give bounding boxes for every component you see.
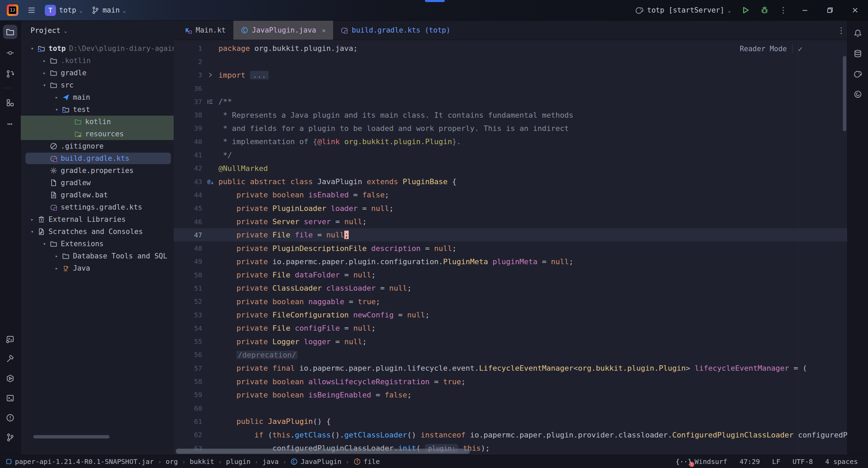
run-tool-button[interactable] <box>3 371 17 386</box>
folded-imports[interactable]: ... <box>250 71 269 79</box>
commit-tool-button[interactable] <box>3 46 17 60</box>
breadcrumb-item[interactable]: ffile <box>353 457 380 466</box>
chevron-right-icon[interactable]: ▸ <box>53 94 61 100</box>
project-panel-header[interactable]: Project ⌄ <box>21 21 174 40</box>
more-tool-windows-button[interactable]: ⋯ <box>3 117 17 131</box>
tree-item-extensions[interactable]: ▾Extensions <box>21 238 174 250</box>
more-actions-button[interactable]: ⋮ <box>779 5 787 15</box>
line-number: 55 <box>174 337 202 346</box>
pull-requests-tool-button[interactable] <box>3 67 17 81</box>
tab-main-kt[interactable]: KMain.kt <box>177 21 233 40</box>
subclass-icon[interactable]: @ <box>202 178 218 186</box>
folded-deprecation-region[interactable]: /deprecation/ <box>236 351 297 359</box>
tree-item-gradle-properties[interactable]: gradle.properties <box>21 164 174 177</box>
breadcrumb-item[interactable]: CJavaPlugin <box>290 457 341 466</box>
build-tool-button[interactable] <box>3 352 17 366</box>
chevron-down-icon[interactable]: ▾ <box>53 106 61 113</box>
tree-item-gradlew[interactable]: gradlew <box>21 177 174 189</box>
code-text: * and fields for a plugin to be loaded a… <box>218 124 847 133</box>
tree-item-resources[interactable]: resources <box>21 128 174 140</box>
chevron-right-icon[interactable]: ▸ <box>40 58 49 64</box>
version-control-tool-button[interactable] <box>3 430 17 445</box>
status-item-windsurf[interactable]: {··}!Windsurf <box>676 457 728 466</box>
notifications-button[interactable] <box>851 26 865 40</box>
file-lines-icon <box>50 191 57 199</box>
code-editor[interactable]: 1package org.bukkit.plugin.java;23import… <box>174 40 847 454</box>
status-item-lf[interactable]: LF <box>772 457 780 466</box>
tree-item-external-libraries[interactable]: ▸External Libraries <box>21 213 174 226</box>
tree-item-src[interactable]: ▾src <box>21 79 174 91</box>
code-token: getClass <box>295 431 331 439</box>
editor-vertical-scrollbar[interactable] <box>843 56 846 131</box>
tree-row-content: ▾totpD:\Dev\plugin-diary-again- <box>21 44 174 53</box>
breadcrumb-item[interactable]: java <box>262 457 278 466</box>
chevron-right-icon[interactable]: ▸ <box>28 216 36 222</box>
tree-item-totp[interactable]: ▾totpD:\Dev\plugin-diary-again- <box>21 42 174 55</box>
tree-item-database-tools-and-sql[interactable]: ▸Database Tools and SQL <box>21 250 174 262</box>
close-tab-icon[interactable]: ✕ <box>322 27 326 34</box>
tab-build-gradle-kts-totp-[interactable]: build.gradle.kts (totp) <box>333 21 458 40</box>
terminal-tool-button[interactable] <box>3 391 17 405</box>
tree-item-test[interactable]: ▾test <box>21 103 174 116</box>
project-tool-button[interactable] <box>3 25 17 39</box>
project-widget[interactable]: T totp ⌄ <box>45 5 82 16</box>
problems-tool-button[interactable] <box>3 411 17 425</box>
chevron-right-icon[interactable]: ▸ <box>53 253 61 259</box>
tab-javaplugin-java[interactable]: CJavaPlugin.java✕ <box>233 21 333 40</box>
debug-button[interactable] <box>760 6 769 15</box>
tree-item-build-gradle-kts[interactable]: build.gradle.kts <box>21 152 174 164</box>
code-token: = <box>430 377 443 386</box>
editor-options-icon[interactable]: ⋮ <box>837 26 845 35</box>
restore-button[interactable] <box>823 3 837 17</box>
breadcrumb-item[interactable]: bukkit <box>190 457 214 466</box>
chevron-right-icon[interactable]: ▸ <box>40 70 49 76</box>
breadcrumb-item[interactable]: org <box>166 457 178 466</box>
branch-widget[interactable]: main ⌄ <box>91 6 126 14</box>
run-configuration-widget[interactable]: totp [startServer] ⌄ <box>635 6 731 15</box>
dependencies-tool-button[interactable] <box>851 87 865 101</box>
fold-arrow-icon[interactable] <box>202 72 218 78</box>
gradle-tool-button[interactable] <box>851 67 865 81</box>
tab-label: JavaPlugin.java <box>252 26 316 34</box>
chevron-down-icon[interactable]: ▾ <box>40 241 49 247</box>
tree-item-scratches-and-consoles[interactable]: ▾Scratches and Consoles <box>21 226 174 238</box>
code-line-37: 37/** <box>174 95 847 108</box>
minimize-button[interactable] <box>797 3 812 17</box>
status-item-47-29[interactable]: 47:29 <box>739 457 760 466</box>
chevron-right-icon[interactable]: ▸ <box>53 265 61 271</box>
code-line-57: 57 private final io.papermc.paper.plugin… <box>174 362 847 375</box>
tree-item-kotlin[interactable]: kotlin <box>21 116 174 128</box>
tree-item-gradlew-bat[interactable]: gradlew.bat <box>21 189 174 201</box>
code-token: extends <box>367 177 398 186</box>
breadcrumb-item[interactable]: paper-api-1.21.4-R0.1-SNAPSHOT.jar <box>5 457 154 466</box>
main-menu-icon[interactable] <box>27 6 36 15</box>
run-button[interactable] <box>741 6 750 15</box>
database-tool-button[interactable] <box>851 46 865 61</box>
structure-tool-button[interactable] <box>3 96 17 110</box>
breadcrumb-item[interactable]: plugin <box>226 457 250 466</box>
code-token: file <box>290 231 313 239</box>
chevron-down-icon[interactable]: ▾ <box>28 45 36 52</box>
tree-item--kotlin[interactable]: ▸.kotlin <box>21 55 174 67</box>
project-horizontal-scrollbar[interactable] <box>33 435 110 438</box>
tree-item-main[interactable]: ▸main <box>21 91 174 103</box>
tree-item-settings-gradle-kts[interactable]: settings.gradle.kts <box>21 201 174 213</box>
line-number: 58 <box>174 377 202 386</box>
chevron-down-icon[interactable]: ▾ <box>40 82 49 88</box>
code-text: * Represents a Java plugin and its main … <box>218 111 847 119</box>
status-item-utf-8[interactable]: UTF-8 <box>792 457 813 466</box>
tree-item-java[interactable]: ▸Java <box>21 262 174 274</box>
reader-mode-widget[interactable]: Reader Mode ✓ <box>740 44 803 53</box>
code-token: server <box>299 217 331 226</box>
code-token: null <box>326 231 344 239</box>
services-tool-button[interactable] <box>3 332 17 346</box>
tree-item--gitignore[interactable]: .gitignore <box>21 140 174 152</box>
doc-list-icon[interactable] <box>202 98 218 105</box>
status-item-4-spaces[interactable]: 4 spaces <box>825 457 858 466</box>
close-button[interactable] <box>848 3 863 17</box>
code-token: PluginBase <box>398 177 448 186</box>
chevron-down-icon[interactable]: ▾ <box>28 229 36 235</box>
tree-item-gradle[interactable]: ▸gradle <box>21 67 174 79</box>
code-token: PluginMeta <box>443 257 488 266</box>
editor-horizontal-scrollbar[interactable] <box>176 449 470 454</box>
